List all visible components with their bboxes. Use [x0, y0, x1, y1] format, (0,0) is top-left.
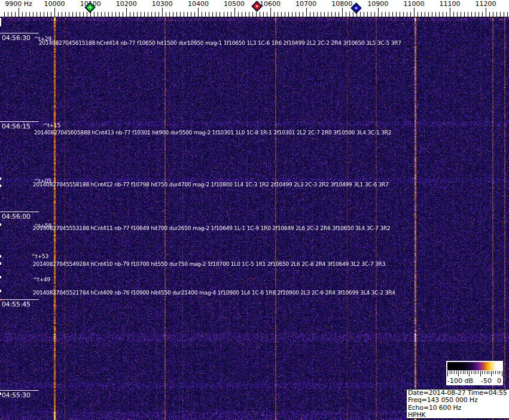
- time-tick-line: [0, 390, 39, 391]
- time-label-text: 04:55:45: [2, 301, 31, 308]
- time-label-text: 04:56:30: [2, 34, 31, 42]
- legend-tick: [502, 371, 502, 376]
- legend-tick: [482, 371, 483, 374]
- ruler-minor-tick: [62, 12, 62, 17]
- ruler-minor-tick: [313, 12, 314, 17]
- ruler-minor-tick: [443, 12, 443, 17]
- ruler-minor-tick: [40, 12, 41, 17]
- legend-tick: [452, 371, 452, 374]
- legend-tick: [498, 371, 498, 374]
- ruler-minor-tick: [141, 12, 141, 17]
- ruler-frequency-label: 10500: [224, 0, 245, 8]
- ruler-minor-tick: [47, 12, 48, 17]
- ruler-minor-tick: [202, 12, 202, 17]
- ruler-minor-tick: [493, 12, 493, 17]
- ruler-minor-tick: [274, 12, 275, 17]
- ruler-minor-tick: [11, 12, 12, 17]
- edge-tick-mark: [0, 276, 1, 278]
- ruler-minor-tick: [256, 12, 257, 17]
- ruler-minor-tick: [392, 12, 393, 17]
- legend-tick: [495, 371, 496, 374]
- time-label: 04:56:00: [0, 213, 29, 220]
- legend-tick: [447, 371, 448, 376]
- ruler-major-tick: [306, 8, 307, 17]
- ruler-minor-tick: [310, 12, 310, 17]
- ruler-minor-tick: [83, 12, 84, 17]
- ruler-minor-tick: [324, 12, 325, 17]
- ruler-minor-tick: [155, 12, 156, 17]
- time-label-text: 04:56:15: [2, 122, 31, 130]
- ruler-minor-tick: [464, 12, 465, 17]
- ruler-minor-tick: [507, 12, 508, 17]
- edge-tick-mark: [0, 290, 1, 292]
- ruler-minor-tick: [331, 12, 332, 17]
- ruler-minor-tick: [144, 12, 145, 17]
- time-label: 04:55:45: [0, 301, 29, 308]
- ruler-minor-tick: [173, 12, 173, 17]
- ruler-minor-tick: [227, 12, 228, 17]
- ruler-minor-tick: [36, 12, 37, 17]
- ruler-frequency-label: 10900: [367, 0, 388, 8]
- edge-tick-mark: [0, 262, 1, 265]
- event-caret-label: ^t+15: [43, 122, 60, 128]
- status-info-box: Date=2014-08-27 Time=04:55 UTC Freq=143 …: [406, 389, 509, 419]
- spectrogram-app: 9900 Hz100001010010200103001040010500106…: [0, 0, 509, 420]
- ruler-major-tick: [234, 8, 235, 17]
- ruler-minor-tick: [242, 12, 242, 17]
- time-label-text: 04:56:00: [2, 213, 31, 220]
- event-caret-label: ^t+53: [31, 253, 48, 259]
- ruler-minor-tick: [72, 12, 73, 17]
- ruler-minor-tick: [133, 12, 134, 17]
- ruler-minor-tick: [504, 12, 504, 17]
- event-detection-text: 20140827045615188 hCnt414 nb-77 f10650 h…: [39, 40, 401, 46]
- ruler-minor-tick: [421, 12, 422, 17]
- ruler-minor-tick: [119, 12, 120, 17]
- ruler-major-tick: [270, 8, 271, 17]
- ruler-minor-tick: [194, 12, 195, 17]
- ruler-minor-tick: [209, 12, 209, 17]
- edge-tick-mark: [0, 255, 1, 257]
- waterfall-display[interactable]: [0, 17, 509, 420]
- ruler-minor-tick: [108, 12, 109, 17]
- ruler-minor-tick: [69, 12, 69, 17]
- ruler-minor-tick: [295, 12, 296, 17]
- edge-tick-mark: [0, 18, 1, 26]
- ruler-minor-tick: [339, 12, 339, 17]
- info-station: HPHK: [408, 412, 509, 419]
- ruler-minor-tick: [317, 12, 318, 17]
- legend-tick: [450, 371, 450, 374]
- ruler-minor-tick: [457, 12, 458, 17]
- ruler-minor-tick: [478, 12, 479, 17]
- color-scale-ticks: [447, 371, 502, 377]
- ruler-minor-tick: [382, 12, 382, 17]
- ruler-minor-tick: [249, 12, 249, 17]
- ruler-major-tick: [162, 8, 163, 17]
- ruler-minor-tick: [205, 12, 206, 17]
- ruler-minor-tick: [468, 12, 468, 17]
- time-label: 04:56:30: [0, 34, 29, 42]
- ruler-minor-tick: [252, 12, 253, 17]
- ruler-frequency-label: 10700: [295, 0, 316, 8]
- ruler-minor-tick: [328, 12, 328, 17]
- ruler-minor-tick: [389, 12, 389, 17]
- ruler-minor-tick: [26, 12, 26, 17]
- legend-tick: [469, 371, 470, 376]
- legend-tick: [458, 371, 459, 376]
- time-tick-line: [0, 33, 39, 33]
- ruler-minor-tick: [151, 12, 152, 17]
- legend-tick: [484, 371, 485, 374]
- ruler-minor-tick: [432, 12, 432, 17]
- ruler-minor-tick: [496, 12, 497, 17]
- ruler-frequency-label: 11000: [403, 0, 424, 8]
- legend-tick: [471, 371, 472, 374]
- ruler-minor-tick: [500, 12, 501, 17]
- ruler-minor-tick: [15, 12, 16, 17]
- frequency-ruler[interactable]: 9900 Hz100001010010200103001040010500106…: [0, 0, 509, 17]
- ruler-minor-tick: [29, 12, 30, 17]
- ruler-minor-tick: [8, 12, 8, 17]
- time-label: 04:55:30: [0, 391, 29, 399]
- legend-db-label: 0: [497, 377, 501, 385]
- ruler-minor-tick: [349, 12, 350, 17]
- legend-tick: [491, 371, 492, 376]
- legend-tick: [499, 371, 500, 374]
